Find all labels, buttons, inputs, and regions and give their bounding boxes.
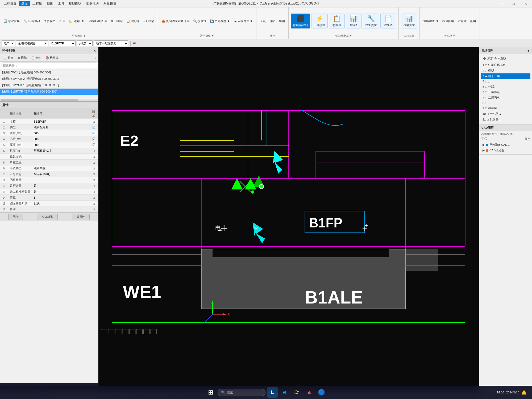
- drawing-item-10[interactable]: 10 □ 十七层...: [481, 111, 530, 117]
- tree-item-aw2[interactable]: [未用] AW2 [照明配电箱 600 500 300]: [0, 69, 98, 76]
- notification-icon[interactable]: 🔔: [521, 390, 527, 395]
- prop-check-0[interactable]: □: [90, 119, 98, 124]
- ribbon-panel-btn[interactable]: 配电: [469, 19, 477, 24]
- taskbar-app-e[interactable]: e: [279, 387, 290, 398]
- prop-check-8[interactable]: □: [90, 165, 98, 171]
- prop-value-9[interactable]: 配电箱柜(电): [32, 171, 90, 177]
- taskbar-app-l[interactable]: L: [267, 387, 278, 398]
- prop-value-0[interactable]: B1SFATP: [32, 119, 90, 124]
- ribbon-draw-cad-btn[interactable]: ✏️ 补画CAD: [22, 19, 41, 24]
- drawing-item-3[interactable]: 3 ■ 地下一层...: [481, 73, 530, 79]
- tree-item-b1sfatp[interactable]: [未用] B1SFATP [照明配电箱 600 500 300]: [0, 89, 98, 95]
- prop-value-11[interactable]: 是: [32, 183, 90, 189]
- prop-check-5[interactable]: □: [90, 148, 98, 154]
- ribbon-point-btn[interactable]: ＋点: [259, 19, 267, 24]
- tree-item-b1pyatp2[interactable]: [未用] B1PYATP2 [照明配电箱 600 500 300]: [0, 76, 98, 82]
- cad-layer-header[interactable]: CAD图层: [479, 124, 532, 131]
- ribbon-show-layer-btn[interactable]: 显示CAD图层: [88, 19, 108, 24]
- drawing-item-9[interactable]: 9 □ 标准层...: [481, 105, 530, 111]
- solid-model-btn[interactable]: 实体模型: [37, 214, 58, 220]
- ribbon-get-prop-btn[interactable]: 🔍 提属性: [192, 19, 208, 24]
- ribbon-layer-btn[interactable]: 图层: [58, 19, 66, 24]
- layer-dropdown[interactable]: 分层1: [77, 40, 93, 46]
- ribbon-replace-btn[interactable]: 🔄 意识替换: [2, 19, 21, 24]
- prop-value-8[interactable]: 照明系统: [32, 165, 90, 171]
- menu-quantity2[interactable]: 对量模块: [101, 1, 118, 6]
- drawing-item-7[interactable]: 7 □ 二层强电...: [481, 95, 530, 101]
- drawing-item-11[interactable]: 11 □ 机房层...: [481, 117, 530, 122]
- drawing-item-1[interactable]: 1 □ 红星广场25#...: [481, 62, 530, 68]
- prop-check-1[interactable]: ☑: [90, 124, 98, 130]
- menu-progress[interactable]: 进度: [19, 1, 30, 6]
- component-lib-btn[interactable]: 📚 构件库: [44, 55, 60, 60]
- prop-value-1[interactable]: 照明配电箱: [32, 124, 90, 130]
- ribbon-c-delete-btn[interactable]: 🗑 C删除: [110, 19, 124, 24]
- ribbon-quick-quantity-btn[interactable]: ⚡ 一键提量: [311, 14, 328, 28]
- drawing-item-4[interactable]: 4 □ ...: [481, 79, 530, 84]
- hscrollbar[interactable]: [0, 99, 98, 101]
- prop-check-13[interactable]: □: [90, 195, 98, 201]
- ribbon-cloud-btn[interactable]: ☁ 云构件库 ▼: [232, 19, 254, 24]
- prop-value-7[interactable]: [32, 160, 90, 165]
- ribbon-copy-to-floor-btn[interactable]: 📤 复制图元到其他层: [160, 19, 191, 24]
- drawing-item-6[interactable]: 6 □ 一层强电...: [481, 89, 530, 95]
- ribbon-multiview-btn[interactable]: ⊞ 多视图: [42, 19, 57, 24]
- ribbon-device-qty-btn[interactable]: 🔧 设备提量: [363, 14, 379, 28]
- prop-value-3[interactable]: 500: [32, 136, 90, 142]
- legend-btn[interactable]: 图例: [8, 214, 23, 220]
- taskbar-app-folder[interactable]: 🗂: [292, 387, 302, 398]
- prop-check-10[interactable]: □: [90, 177, 98, 183]
- drawing-item-8[interactable]: 8 □ ...: [481, 101, 530, 105]
- new-component-btn[interactable]: 📄 新建: [2, 55, 15, 60]
- delete-component-btn[interactable]: 🗑 删除: [16, 55, 28, 60]
- prop-value-12[interactable]: 是: [32, 189, 90, 195]
- floor-dropdown[interactable]: 地下一层应急照: [94, 40, 128, 46]
- ribbon-draw-btn[interactable]: 绘图: [278, 19, 286, 24]
- prop-check-9[interactable]: □: [90, 171, 98, 177]
- drawing-header[interactable]: 图纸管理 ▼: [479, 47, 532, 54]
- prop-check-4[interactable]: ☑: [90, 142, 98, 148]
- ribbon-save-elem-btn[interactable]: 💾 图元存盘 ▼: [209, 19, 231, 24]
- ribbon-c-copy-btn[interactable]: 📋 C复制: [125, 19, 140, 24]
- prop-check-6[interactable]: □: [90, 154, 98, 160]
- menu-tools[interactable]: 工具: [56, 1, 66, 6]
- taskbar-search[interactable]: 🔍 搜索: [218, 389, 265, 396]
- prop-check-3[interactable]: ☑: [90, 136, 98, 142]
- prop-check-7[interactable]: □: [90, 160, 98, 165]
- prop-value-10[interactable]: [32, 177, 90, 183]
- prop-check-15[interactable]: □: [90, 206, 98, 212]
- ribbon-device-table-btn[interactable]: 📄 设备表: [380, 14, 396, 28]
- ribbon-material-btn[interactable]: 📋 材料表: [329, 14, 345, 28]
- prop-check-14[interactable]: □: [90, 201, 98, 206]
- prop-value-14[interactable]: 默认: [32, 201, 90, 206]
- ribbon-c-move-btn[interactable]: ↔ C移动: [141, 19, 156, 24]
- drawing-item-2[interactable]: 2 □ 楼型: [481, 68, 530, 73]
- cad-layer-item-1[interactable]: ▶ 已绘取的CAD...: [481, 142, 530, 148]
- ribbon-panel-identify-btn[interactable]: ⬛ 配电箱识别: [291, 14, 310, 28]
- menu-settings[interactable]: 工程设置: [2, 1, 19, 6]
- drawing-item-5[interactable]: 5 □ 一层...: [481, 84, 530, 89]
- cad-drawing[interactable]: E2 电井 B1FP + WE1 B1ALE X: [98, 47, 479, 391]
- prop-value-4[interactable]: 300: [32, 142, 90, 148]
- search-input[interactable]: [2, 63, 96, 68]
- get-props-btn[interactable]: 提属性: [72, 214, 90, 220]
- menu-bim[interactable]: BIM模型: [67, 1, 83, 6]
- prop-check-2[interactable]: ☑: [90, 130, 98, 136]
- cad-layer-item-2[interactable]: ▶ CAD原始图...: [481, 148, 530, 153]
- close-button[interactable]: ✕: [520, 0, 532, 7]
- prop-check-11[interactable]: □: [90, 183, 98, 189]
- prop-value-15[interactable]: [32, 206, 90, 212]
- ribbon-system-diagram-btn[interactable]: 📊 系统图: [346, 14, 362, 28]
- collapse-btn[interactable]: ×: [94, 49, 96, 53]
- prop-check-12[interactable]: □: [90, 189, 98, 195]
- prop-value-5[interactable]: 层底标高+1.4: [32, 148, 90, 154]
- component-name-dropdown[interactable]: B1SFATP: [49, 40, 76, 46]
- tree-item-b1pyatp1[interactable]: [未用] B1PYATP1 [照明配电箱 600 500 300]: [0, 82, 98, 89]
- ribbon-stretch-btn[interactable]: 伸缩: [268, 19, 277, 24]
- more-btn[interactable]: »: [95, 56, 96, 60]
- menu-quantity[interactable]: 工程量: [30, 1, 44, 6]
- ribbon-qty-check-btn[interactable]: 量域检查 ▼: [422, 19, 440, 24]
- taskbar-app-blue[interactable]: 🔵: [316, 387, 327, 398]
- ribbon-check-circuit-btn[interactable]: 检查回路: [441, 19, 455, 24]
- prop-value-2[interactable]: 600: [32, 130, 90, 136]
